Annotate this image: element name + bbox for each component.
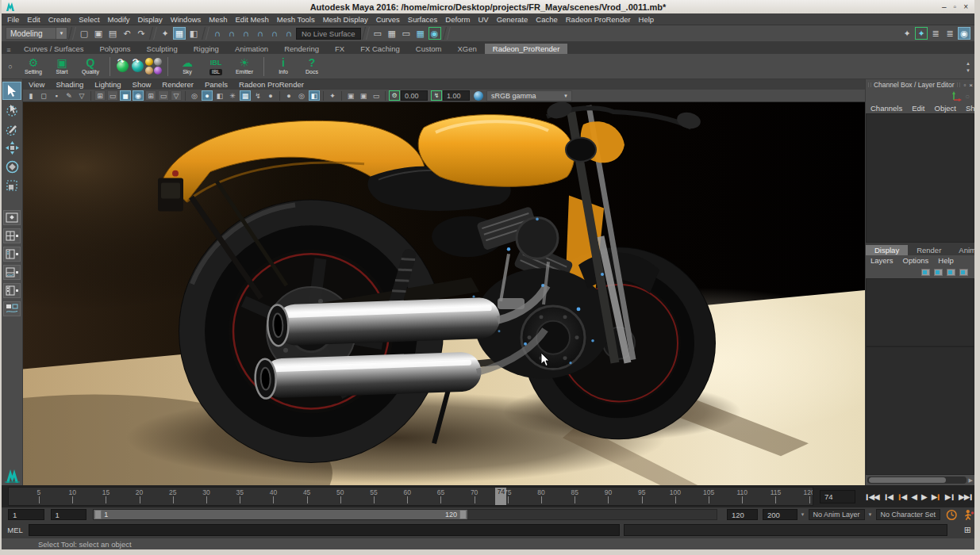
speed-state-icon[interactable]: ○ — [965, 92, 970, 101]
menu-radeon-prorender[interactable]: Radeon ProRender — [562, 15, 635, 24]
minimize-button[interactable]: – — [942, 2, 947, 11]
safe-title-icon[interactable]: ▽ — [171, 90, 182, 101]
range-end-handle[interactable] — [459, 510, 467, 519]
prorender-quality-button[interactable]: Q Quality — [76, 55, 105, 78]
tab-anim[interactable]: Anim — [950, 245, 980, 255]
shelf-tab-fx[interactable]: FX — [327, 44, 352, 54]
resolution-gate-icon[interactable]: ◼ — [120, 90, 131, 101]
tool-settings-toggle[interactable]: ≣ — [943, 27, 956, 40]
lock-camera-icon[interactable]: ◻ — [38, 90, 49, 101]
current-frame-field[interactable]: 74 — [820, 490, 855, 503]
panel-menu-renderer[interactable]: Renderer — [156, 80, 199, 89]
command-line-label[interactable]: MEL — [2, 526, 29, 534]
menu-file[interactable]: File — [3, 15, 23, 24]
anim-layer-dropdown[interactable]: No Anim Layer — [809, 509, 865, 520]
drag-handle[interactable] — [868, 82, 871, 87]
drag-handle[interactable] — [957, 82, 960, 87]
auto-keyframe-icon[interactable] — [963, 509, 974, 521]
layout-four-panes-button[interactable] — [3, 228, 21, 243]
range-slider-track[interactable]: 1 120 — [93, 509, 717, 520]
cb-edit-menu[interactable]: Edit — [907, 104, 929, 113]
shelf-tab-rigging[interactable]: Rigging — [186, 44, 227, 54]
command-input-field[interactable] — [29, 524, 620, 536]
modeling-toolkit-toggle[interactable]: ✦ — [901, 27, 913, 40]
object-mode-button[interactable]: ▦ — [173, 27, 186, 40]
image-plane-icon[interactable]: ▽ — [76, 90, 87, 101]
shelf-tab-custom[interactable]: Custom — [408, 44, 450, 54]
camera-attributes-icon[interactable]: ▪ — [51, 90, 62, 101]
title-bar[interactable]: Autodesk Maya 2016: /home/micro/Desktop/… — [2, 0, 974, 13]
xray-icon[interactable]: ◎ — [296, 90, 307, 101]
panel-menu-shading[interactable]: Shading — [50, 80, 89, 89]
shelf-tab-curves-surfaces[interactable]: Curves / Surfaces — [16, 44, 92, 54]
step-forward-frame-button[interactable]: ▶▮ — [943, 489, 955, 503]
ibl-node-button[interactable]: IBL IBL — [202, 55, 230, 78]
component-mode-button[interactable]: ◧ — [187, 27, 200, 40]
snap-projected-center-button[interactable]: ∩ — [254, 27, 267, 40]
snap-to-grid-button[interactable]: ∩ — [211, 27, 224, 40]
tab-display[interactable]: Display — [866, 245, 908, 255]
panel-menu-view[interactable]: View — [23, 80, 50, 89]
animation-preferences-icon[interactable] — [946, 509, 957, 521]
menu-create[interactable]: Create — [44, 15, 75, 24]
menu-select[interactable]: Select — [75, 15, 103, 24]
toolbar-divider[interactable] — [362, 27, 370, 40]
go-to-end-button[interactable]: ▶▶▮ — [957, 489, 974, 503]
prorender-info-button[interactable]: i Info — [269, 55, 298, 78]
step-back-key-button[interactable]: ▮◀ — [896, 489, 908, 503]
new-scene-button[interactable]: ▢ — [78, 27, 90, 40]
select-camera-icon[interactable]: ▮ — [25, 90, 37, 101]
playback-end-field[interactable]: 120 — [727, 509, 758, 520]
cb-object-menu[interactable]: Object — [930, 104, 961, 113]
playback-start-field[interactable]: 1 — [8, 509, 44, 520]
close-panel-icon[interactable]: × — [967, 82, 974, 89]
scale-tool-button[interactable] — [2, 177, 21, 195]
scroll-right-icon[interactable]: ▶ — [967, 477, 973, 484]
textured-mode-icon[interactable]: ◧ — [214, 90, 225, 101]
layout-outliner-persp-button[interactable] — [3, 247, 21, 262]
gamma-field[interactable]: 1.00 — [443, 90, 470, 101]
menu-surfaces[interactable]: Surfaces — [404, 15, 442, 24]
anim-start-field[interactable]: 1 — [51, 509, 87, 520]
panel-menu-show[interactable]: Show — [127, 80, 157, 89]
attribute-editor-toggle[interactable]: ≣ — [929, 27, 942, 40]
timeline-ruler[interactable]: 74 5101520253035404550556065707580859095… — [8, 487, 813, 506]
close-button[interactable]: × — [963, 2, 968, 11]
viewport-canvas[interactable] — [23, 102, 865, 485]
save-scene-button[interactable]: ▤ — [106, 27, 119, 40]
wireframe-on-shaded-icon[interactable]: ◧ — [309, 90, 320, 101]
step-forward-key-button[interactable]: ▶▮ — [930, 489, 942, 503]
humanik-toggle[interactable]: ✦ — [915, 27, 928, 40]
menu-mesh-tools[interactable]: Mesh Tools — [273, 15, 319, 24]
make-live-button[interactable]: ∩ — [282, 27, 295, 40]
open-scene-button[interactable]: ▣ — [92, 27, 105, 40]
channel-box-scrollbar[interactable]: ▶ — [866, 475, 974, 485]
emitter-button[interactable]: ☀ Emitter — [230, 55, 259, 78]
scrollbar-track[interactable] — [867, 477, 967, 484]
menuset-dropdown[interactable]: Modeling▼ — [6, 27, 67, 40]
move-layer-up-icon[interactable] — [921, 269, 930, 276]
exposure-icon[interactable]: ⚙ — [389, 90, 400, 101]
tab-render[interactable]: Render — [908, 245, 950, 255]
film-gate-icon[interactable]: ▭ — [107, 90, 118, 101]
convert-materials-button[interactable]: ↷ — [117, 60, 129, 72]
prorender-docs-button[interactable]: ? Docs — [298, 55, 326, 78]
shelf-tab-polygons[interactable]: Polygons — [92, 44, 139, 54]
menu-uv[interactable]: UV — [474, 15, 492, 24]
ao-icon[interactable]: ↯ — [252, 90, 263, 101]
exposure-preview-icon[interactable]: ▭ — [371, 90, 382, 101]
render-current-frame-button[interactable]: ▦ — [386, 27, 398, 40]
panel-menu-lighting[interactable]: Lighting — [89, 80, 126, 89]
layer-list[interactable] — [866, 278, 974, 346]
cb-show-menu[interactable]: Show — [961, 104, 980, 113]
prorender-start-button[interactable]: ▣ Start — [48, 55, 76, 78]
range-slider-active[interactable]: 1 120 — [94, 510, 467, 519]
panel-menu-panels[interactable]: Panels — [199, 80, 233, 89]
grid-toggle-icon[interactable]: ⊞ — [94, 90, 106, 101]
shelf-popup-icon[interactable]: ○ — [5, 63, 16, 71]
bookmarks-icon[interactable]: ✎ — [63, 90, 75, 101]
shelf-scroll-down-button[interactable]: ▼ — [966, 68, 970, 73]
manipulator-axis-icon[interactable] — [950, 91, 962, 101]
motion-blur-icon[interactable]: ● — [265, 90, 276, 101]
snap-to-point-button[interactable]: ∩ — [240, 27, 252, 40]
